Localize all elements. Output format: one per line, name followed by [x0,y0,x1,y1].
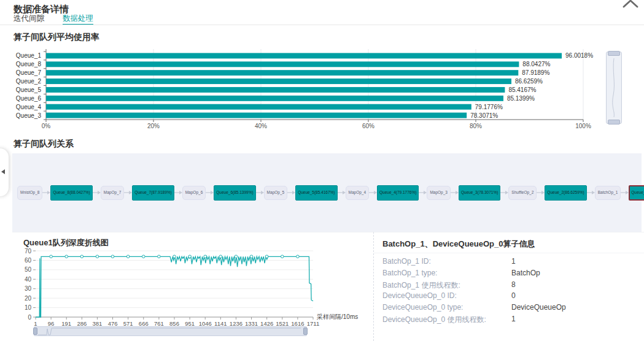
data-point-marker [235,255,238,258]
usage-bar[interactable] [46,53,562,58]
y-axis-tick-label: 70 [25,248,32,255]
queue-relation-canvas: MnistOp_8Queue_8(88.0427%)MapOp_7Queue_7… [12,153,642,232]
collapse-up-icon[interactable] [621,0,640,9]
line-chart-zoom-slider[interactable] [34,326,307,336]
data-point-marker [265,255,268,258]
flow-arrow-icon [369,190,377,195]
usage-bar[interactable] [46,61,519,67]
zoom-slider-profile [38,327,302,335]
flow-node-mnistop_8[interactable]: MnistOp_8 [17,186,42,200]
x-axis-tick-label: 1236 [230,320,242,326]
data-point-marker [219,255,222,258]
data-point-marker [96,255,99,258]
bar-value-label: 79.1776% [475,104,503,110]
category-label: Queue_4 [16,104,42,110]
x-axis-tick-label: 96 [48,320,55,326]
x-axis-tick-label: 1426 [260,320,273,326]
flow-arrow-icon [419,190,427,195]
flow-node-queue_1[interactable]: Queue_1(96.0018%) [629,185,644,201]
flow-arrow-icon [42,190,50,195]
y-axis-tick-label: 30 [25,285,32,292]
zoom-slider-handle-right[interactable] [303,328,308,335]
queue-usage-bar-chart: 0%20%40%60%80%100%Queue_196.0018%Queue_8… [0,43,596,130]
info-row: DeviceQueueOp_0 ID:0 [382,291,638,303]
x-axis-tick-label: 1331 [245,320,258,326]
flow-arrow-icon [537,190,545,195]
queue-depth-line-chart: 0102030405060701961912863814765716667618… [12,232,373,326]
bar-value-label: 96.0018% [565,52,593,59]
tabs-divider [0,25,644,25]
usage-bar[interactable] [46,70,518,75]
tab-data-processing[interactable]: 数据处理 [63,13,93,25]
flow-node-mapop_5[interactable]: MapOp_5 [264,186,288,200]
category-label: Queue_5 [16,86,42,93]
operator-info-rows: BatchOp_1 ID:1BatchOp_1 type:BatchOpBatc… [382,257,638,326]
data-point-marker [158,255,161,258]
info-row-label: DeviceQueueOp_0 ID: [382,291,457,300]
usage-bar[interactable] [46,104,471,110]
bar-value-label: 86.6259% [515,78,543,85]
tab-bar: 迭代间隙 数据处理 [14,13,93,25]
x-axis-tick-label: 666 [139,320,149,326]
flow-node-queue_6[interactable]: Queue_6(85.1399%) [214,185,255,201]
data-point-marker [204,255,207,258]
flow-arrow-icon [621,190,629,195]
flow-node-mapop_7[interactable]: MapOp_7 [101,186,125,200]
data-point-marker [142,255,145,258]
info-row-label: BatchOp_1 ID: [382,257,431,266]
flow-node-queue_3[interactable]: Queue_3(78.3071%) [459,185,500,201]
bar-chart-zoom-slider[interactable] [606,52,622,124]
info-row: BatchOp_1 ID:1 [382,257,638,269]
flow-arrow-icon [587,190,595,195]
flow-arrow-icon [93,190,101,195]
x-axis-name: 采样间隔/10ms [317,313,358,320]
data-point-marker [126,255,130,258]
flow-node-mapop_3[interactable]: MapOp_3 [427,186,451,200]
flow-node-batchop_1[interactable]: BatchOp_1 [595,186,621,200]
usage-bar[interactable] [46,96,503,101]
category-label: Queue_1 [16,52,42,59]
flow-node-queue_4[interactable]: Queue_4(79.1776%) [377,185,419,201]
info-title-divider [374,253,644,253]
data-point-marker [173,255,176,258]
collapse-panel-button[interactable] [0,148,9,196]
usage-bar[interactable] [46,87,505,93]
bar-value-label: 85.4167% [508,86,536,93]
info-row-label: BatchOp_1 type: [382,269,437,277]
queue-usage-section-title: 算子间队列平均使用率 [14,32,99,43]
tab-iteration-gap[interactable]: 迭代间隙 [14,13,44,25]
x-axis-tick-label: 80% [470,123,482,129]
flow-node-queue_8[interactable]: Queue_8(88.0427%) [50,185,92,201]
y-axis-tick-label: 50 [25,266,32,273]
info-row-value: DeviceQueueOp [511,303,566,312]
x-axis-tick-label: 571 [123,320,133,326]
info-row: BatchOp_1 type:BatchOp [382,269,638,280]
flow-node-mapop_6[interactable]: MapOp_6 [182,186,206,200]
info-row: BatchOp_1 使用线程数:8 [382,280,638,292]
x-axis-tick-label: 1141 [214,320,227,326]
flow-node-queue_7[interactable]: Queue_7(87.9189%) [132,185,174,201]
x-axis-tick-label: 1521 [276,320,289,326]
bar-value-label: 78.3071% [470,112,498,119]
flow-node-queue_2[interactable]: Queue_2(86.6259%) [545,185,586,201]
info-row-value: 1 [511,257,516,266]
flow-node-mapop_4[interactable]: MapOp_4 [346,186,370,200]
zoom-slider-handle-top[interactable] [608,51,620,56]
zoom-slider-handle-bottom[interactable] [608,120,620,125]
info-row-label: BatchOp_1 使用线程数: [382,280,460,291]
x-axis-tick-label: 761 [154,320,164,326]
x-axis-tick-label: 856 [169,320,179,326]
info-row: DeviceQueueOp_0 type:DeviceQueueOp [382,303,638,315]
data-point-marker [297,255,300,258]
usage-bar[interactable] [46,113,467,118]
flow-node-row: MnistOp_8Queue_8(88.0427%)MapOp_7Queue_7… [17,185,637,201]
x-axis-tick-label: 191 [61,320,71,326]
usage-bar[interactable] [46,79,511,84]
data-point-marker [188,255,192,258]
flow-node-queue_5[interactable]: Queue_5(85.4167%) [295,185,337,201]
info-row-value: BatchOp [511,269,540,277]
zoom-slider-handle-left[interactable] [33,328,37,335]
flow-node-shuffleop_2[interactable]: ShuffleOp_2 [508,186,537,200]
data-point-marker [281,255,284,258]
queue-depth-panel: Queue1队列深度折线图 01020304050607019619128638… [12,232,373,341]
